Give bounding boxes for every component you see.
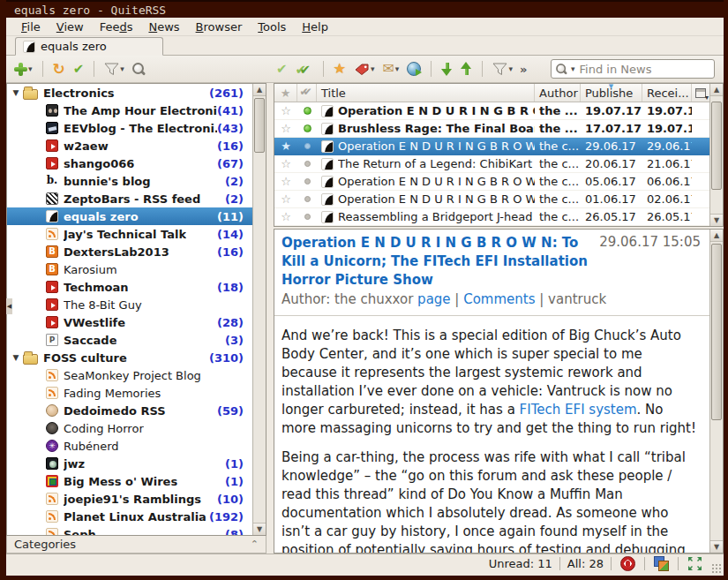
scroll-down-button[interactable]: ▼ xyxy=(253,523,266,535)
star-toggle[interactable] xyxy=(274,102,297,119)
expander-icon[interactable]: ▼ xyxy=(9,353,23,362)
news-row[interactable]: The Return of a Legend: ChibiKart Re... … xyxy=(274,155,709,173)
feed-item[interactable]: ▼ Rubénerd xyxy=(7,437,252,455)
find-in-news-input[interactable] xyxy=(578,62,710,77)
update-feeds-button[interactable]: ↻ xyxy=(52,62,66,77)
fullscreen-icon[interactable] xyxy=(687,556,702,571)
mark-all-news-read-button[interactable]: ✔✔ xyxy=(295,61,314,77)
scroll-down-button[interactable]: ▼ xyxy=(710,214,723,226)
star-news-button[interactable]: ★ xyxy=(333,61,347,77)
filter-news-button[interactable]: ▾ xyxy=(492,62,514,77)
menu-item[interactable]: News xyxy=(140,19,187,35)
show-panels-icon[interactable] xyxy=(654,556,669,571)
feed-item[interactable]: ▼ The Amp Hour Electroni... (41) xyxy=(7,102,252,119)
feed-item[interactable]: ▼ Karosium xyxy=(7,260,252,278)
toolbar-overflow-button[interactable]: » xyxy=(520,63,527,76)
feed-item[interactable]: ▼ Saccade (3) xyxy=(7,331,252,349)
menu-item[interactable]: File xyxy=(13,19,49,35)
feed-item[interactable]: ▼ Fading Memories xyxy=(7,384,252,402)
fitech-efi-link[interactable]: FITech EFI system xyxy=(520,402,637,418)
column-header-read[interactable]: ✔✔ xyxy=(297,84,317,102)
news-row[interactable]: Brushless Rage: The Final Board ... the … xyxy=(274,120,709,138)
share-news-button[interactable]: ✉▾ xyxy=(381,61,400,77)
feed-item[interactable]: ▼ w2aew (16) xyxy=(7,137,252,154)
column-header-title[interactable]: Title xyxy=(317,84,535,102)
feed-item[interactable]: ▼ Jay's Technical Talk (14) xyxy=(7,225,252,243)
panel-collapse-handle[interactable]: ◀ xyxy=(6,298,12,314)
news-row[interactable]: Reassembling a Bridgeport J-head wit... … xyxy=(274,208,709,226)
menu-item[interactable]: View xyxy=(49,19,92,35)
scrollbar-track[interactable] xyxy=(253,96,266,523)
menu-item[interactable]: Feeds xyxy=(92,19,141,35)
previous-unread-button[interactable] xyxy=(460,61,473,77)
feed-item[interactable]: ▼ DextersLab2013 (16) xyxy=(7,243,252,260)
chevron-down-icon[interactable]: ▾ xyxy=(571,64,575,73)
window-titlebar[interactable]: equals zero - QuiteRSS xyxy=(6,0,724,18)
star-toggle[interactable] xyxy=(274,120,297,137)
expander-icon[interactable]: ▼ xyxy=(9,88,23,97)
column-settings-button[interactable] xyxy=(692,84,709,102)
article-page-link[interactable]: page xyxy=(417,291,450,307)
news-row[interactable]: Operation E N D U R I N G B R O W... the… xyxy=(274,102,709,120)
feed-item[interactable]: ▼ Seph (8) xyxy=(7,525,252,535)
article-title-link[interactable]: Operation E N D U R I N G B R O W N: To … xyxy=(281,234,594,290)
tab-equals-zero[interactable]: equals zero xyxy=(15,37,163,56)
feed-item[interactable]: ▼ Electronics (261) xyxy=(7,84,252,102)
menu-item[interactable]: Tools xyxy=(250,19,294,35)
scrollbar-thumb[interactable] xyxy=(711,244,722,420)
feed-item[interactable]: ▼ Techmoan (18) xyxy=(7,278,252,296)
scroll-up-button[interactable]: ▲ xyxy=(710,230,723,242)
feed-item[interactable]: ▼ Coding Horror xyxy=(7,419,252,437)
read-indicator[interactable] xyxy=(297,102,317,119)
open-in-browser-button[interactable] xyxy=(406,61,422,77)
read-indicator[interactable] xyxy=(297,173,317,190)
feed-item[interactable]: ▼ SeaMonkey Project Blog xyxy=(7,366,252,384)
article-comments-link[interactable]: Comments xyxy=(463,291,535,307)
column-header-author[interactable]: Author xyxy=(535,84,581,102)
scroll-up-button[interactable]: ▲ xyxy=(253,84,266,96)
star-toggle[interactable] xyxy=(274,138,297,154)
feed-item[interactable]: ▼ FOSS culture (310) xyxy=(7,349,252,366)
filter-feeds-button[interactable]: ▾ xyxy=(103,62,125,77)
news-row[interactable]: Operation E N D U R I N G B R O W N... t… xyxy=(274,173,709,191)
feed-item[interactable]: ▼ Big Mess o' Wires (1) xyxy=(7,472,252,490)
read-indicator[interactable] xyxy=(297,155,317,172)
mark-read-button[interactable]: ✔ xyxy=(275,60,289,78)
feed-item[interactable]: ▼ equals zero (11) xyxy=(7,207,252,225)
add-feed-button[interactable]: ▾ xyxy=(13,62,34,77)
feed-item[interactable]: ▼ EEVblog - The Electroni... (43) xyxy=(7,119,252,137)
menu-item[interactable]: Help xyxy=(294,19,336,35)
mark-all-read-button[interactable]: ✔ xyxy=(72,60,86,78)
read-indicator[interactable] xyxy=(297,138,317,154)
categories-bar[interactable]: Categories ⌃ xyxy=(6,536,266,554)
star-toggle[interactable] xyxy=(274,155,297,172)
read-indicator[interactable] xyxy=(297,120,317,137)
read-indicator[interactable] xyxy=(297,191,317,207)
feed-item[interactable]: ▼ Planet Linux Australia (192) xyxy=(7,508,252,525)
column-header-published[interactable]: ▼Publishe xyxy=(581,84,642,102)
scrollbar-track[interactable] xyxy=(710,242,723,540)
vertical-splitter[interactable] xyxy=(266,83,274,554)
feed-item[interactable]: ▼ ZeptoBars - RSS feed (2) xyxy=(7,190,252,207)
resize-grip[interactable] xyxy=(711,563,722,574)
scrollbar-thumb[interactable] xyxy=(711,102,722,190)
feed-item[interactable]: ▼ joepie91's Ramblings (10) xyxy=(7,490,252,508)
label-news-button[interactable]: ▾ xyxy=(353,62,376,77)
column-header-star[interactable]: ★ xyxy=(274,84,297,102)
feed-item[interactable]: ▼ Dedoimedo RSS (59) xyxy=(7,402,252,419)
menu-item[interactable]: Browser xyxy=(188,19,251,35)
feed-item[interactable]: ▼ The 8-Bit Guy xyxy=(7,296,252,313)
column-header-received[interactable]: Recei... xyxy=(642,84,692,102)
star-toggle[interactable] xyxy=(274,191,297,207)
next-unread-button[interactable] xyxy=(440,61,454,77)
feed-item[interactable]: ▼ bunnie's blog (2) xyxy=(7,172,252,190)
scroll-up-button[interactable]: ▲ xyxy=(710,84,723,96)
feed-item[interactable]: ▼ jwz (1) xyxy=(7,455,252,472)
collapse-chevron-icon[interactable]: ⌃ xyxy=(251,539,259,550)
search-feeds-button[interactable] xyxy=(131,62,146,77)
scrollbar-track[interactable] xyxy=(710,96,723,214)
adblock-icon[interactable] xyxy=(620,556,635,571)
feed-item[interactable]: ▼ VWestlife (28) xyxy=(7,313,252,331)
read-indicator[interactable] xyxy=(297,208,317,225)
news-row[interactable]: Operation E N D U R I N G B R O W N... t… xyxy=(274,138,709,155)
